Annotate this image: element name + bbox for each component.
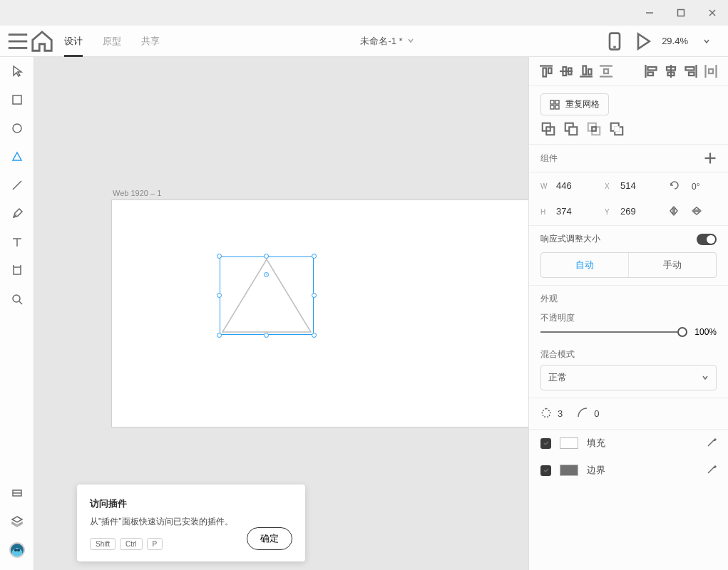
opacity-knob[interactable] (677, 327, 687, 337)
fill-eyedropper-icon[interactable] (707, 437, 717, 450)
add-component-button[interactable] (704, 152, 717, 165)
height-label: H (540, 208, 550, 216)
repeat-grid-section: 重复网格 (529, 86, 728, 145)
y-input[interactable] (620, 206, 663, 218)
rotation-value[interactable]: 0° (692, 182, 713, 192)
corner-radius-value[interactable]: 0 (594, 408, 599, 419)
home-button[interactable] (30, 26, 54, 57)
layers-panel-button[interactable] (0, 507, 34, 536)
repeat-grid-button[interactable]: 重复网格 (540, 93, 609, 115)
artboard-label[interactable]: Web 1920 – 1 (113, 189, 161, 197)
select-tool[interactable] (0, 57, 34, 86)
tab-prototype[interactable]: 原型 (93, 26, 131, 57)
align-bottom-icon[interactable] (578, 63, 595, 80)
document-title-dropdown[interactable]: 未命名-1 * (170, 35, 605, 48)
distribute-h-icon[interactable] (702, 63, 719, 80)
boolean-intersect-icon[interactable] (586, 121, 602, 137)
zoom-value[interactable]: 29.4% (662, 36, 688, 46)
resize-handle-mr[interactable] (312, 293, 317, 298)
svg-rect-42 (689, 73, 694, 76)
svg-rect-9 (13, 95, 21, 104)
svg-rect-46 (550, 100, 554, 104)
responsive-toggle[interactable] (697, 234, 717, 245)
line-tool[interactable] (0, 171, 34, 200)
stroke-color-swatch[interactable] (560, 465, 578, 476)
svg-rect-35 (648, 67, 657, 71)
resize-handle-br[interactable] (312, 333, 317, 338)
svg-rect-48 (550, 105, 554, 109)
plugins-panel-button[interactable] (0, 536, 34, 564)
align-top-icon[interactable] (538, 63, 555, 80)
stroke-label: 边界 (587, 464, 605, 477)
tooltip-ok-button[interactable]: 确定 (247, 527, 292, 550)
resize-handle-tl[interactable] (217, 254, 222, 259)
zoom-tool[interactable] (0, 285, 34, 314)
close-button[interactable] (697, 0, 728, 26)
svg-rect-30 (588, 69, 592, 75)
key-p: P (147, 538, 163, 550)
x-label: X (605, 182, 615, 190)
responsive-manual-button[interactable]: 手动 (628, 253, 716, 277)
tab-share[interactable]: 共享 (131, 26, 170, 57)
selection-bounding-box[interactable] (220, 256, 314, 335)
tab-design-label: 设计 (64, 35, 83, 48)
align-right-icon[interactable] (682, 63, 699, 80)
align-hcenter-icon[interactable] (662, 63, 680, 80)
zoom-dropdown[interactable] (697, 31, 717, 51)
opacity-value: 100% (694, 327, 717, 337)
flip-vertical-icon[interactable] (692, 206, 713, 218)
artboard-tool[interactable] (0, 256, 34, 285)
assets-panel-button[interactable] (0, 479, 34, 507)
text-tool[interactable] (0, 228, 34, 256)
artboard[interactable] (111, 200, 528, 428)
key-shift: Shift (90, 538, 116, 550)
tooltip-title: 访问插件 (90, 497, 292, 510)
resize-handle-tr[interactable] (312, 254, 317, 259)
pen-tool[interactable] (0, 200, 34, 228)
align-vcenter-icon[interactable] (558, 63, 575, 80)
device-preview-button[interactable] (605, 31, 625, 51)
tooltip-body: 从"插件"面板快速访问已安装的插件。 (90, 516, 292, 528)
hint-tooltip: 访问插件 从"插件"面板快速访问已安装的插件。 Shift Ctrl P 确定 (77, 484, 305, 561)
menu-button[interactable] (6, 26, 30, 57)
align-left-icon[interactable] (642, 63, 660, 80)
stroke-checkbox[interactable] (540, 465, 551, 476)
fill-checkbox[interactable] (540, 438, 551, 449)
resize-handle-bc[interactable] (264, 333, 269, 338)
resize-handle-tc[interactable] (264, 254, 269, 259)
repeat-grid-label: 重复网格 (565, 98, 600, 110)
opacity-slider[interactable] (540, 331, 687, 333)
ellipse-tool[interactable] (0, 114, 34, 142)
svg-rect-53 (569, 127, 577, 135)
responsive-auto-button[interactable]: 自动 (541, 253, 628, 277)
distribute-v-icon[interactable] (598, 63, 615, 80)
boolean-subtract-icon[interactable] (563, 121, 579, 137)
width-input[interactable] (556, 180, 599, 192)
minimize-button[interactable] (634, 0, 665, 26)
svg-rect-36 (648, 73, 654, 76)
corner-count-value[interactable]: 3 (558, 408, 563, 419)
svg-line-19 (19, 301, 22, 304)
maximize-button[interactable] (665, 0, 697, 26)
boolean-add-icon[interactable] (540, 121, 556, 137)
play-button[interactable] (633, 31, 653, 51)
center-indicator (264, 272, 269, 277)
flip-horizontal-icon[interactable] (669, 206, 686, 218)
svg-line-11 (13, 181, 21, 190)
boolean-exclude-icon[interactable] (609, 121, 625, 137)
fill-color-swatch[interactable] (560, 437, 578, 449)
stroke-eyedropper-icon[interactable] (707, 465, 717, 477)
x-input[interactable] (620, 180, 663, 192)
rectangle-tool[interactable] (0, 86, 34, 114)
svg-rect-49 (555, 105, 559, 109)
resize-handle-bl[interactable] (217, 333, 222, 338)
tab-design[interactable]: 设计 (54, 26, 93, 57)
blend-mode-dropdown[interactable]: 正常 (540, 365, 717, 390)
resize-handle-ml[interactable] (217, 293, 222, 298)
svg-rect-59 (615, 127, 619, 131)
rotation-icon[interactable] (669, 180, 686, 193)
window-titlebar (0, 0, 728, 26)
height-input[interactable] (556, 206, 599, 218)
canvas[interactable]: Web 1920 – 1 访问插件 从"插件"面板快速访问已安装的插件。 Shi… (34, 57, 528, 570)
polygon-tool[interactable] (0, 142, 34, 171)
